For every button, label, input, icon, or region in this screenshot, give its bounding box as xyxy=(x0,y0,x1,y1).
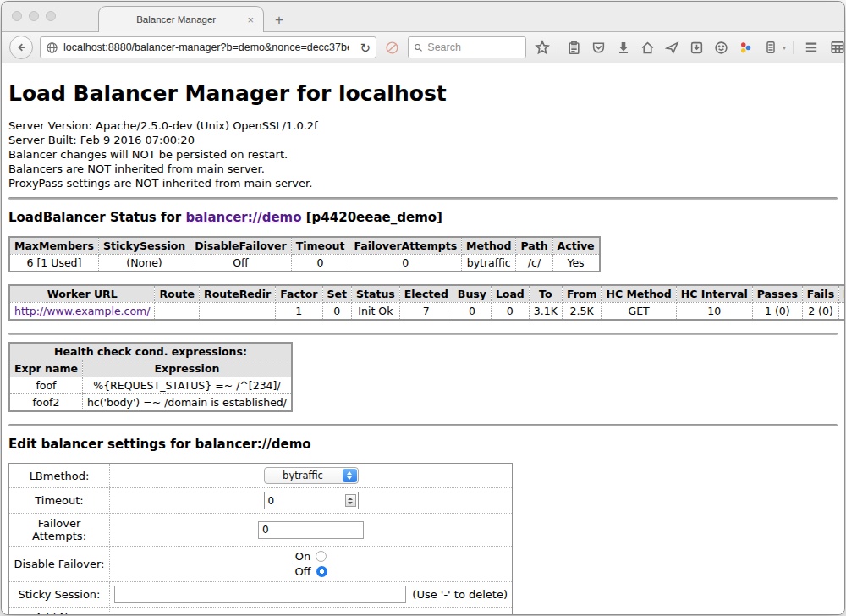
lbmethod-label: LBmethod: xyxy=(9,464,110,488)
disable-failover-on-radio[interactable] xyxy=(316,551,327,562)
menu-hamburger-icon xyxy=(804,40,819,55)
bookmark-button[interactable] xyxy=(533,37,551,58)
home-icon xyxy=(640,41,655,55)
menu-button[interactable] xyxy=(802,37,820,58)
col-header: To xyxy=(529,285,562,303)
col-header: Busy xyxy=(453,285,491,303)
globe-icon xyxy=(46,41,58,54)
col-header: DisableFailover xyxy=(190,237,291,255)
table-cell: 1 (0) xyxy=(752,303,802,321)
expr-cell: hc('body') =~ /domain is established/ xyxy=(82,394,292,412)
col-header: HC uri xyxy=(839,285,844,303)
search-bar[interactable] xyxy=(408,36,526,58)
table-cell: Yes xyxy=(552,255,599,272)
search-icon xyxy=(414,42,423,53)
tab-bar: Balancer Manager × + xyxy=(2,2,844,32)
worker-url-link[interactable]: http://www.example.com/ xyxy=(14,305,150,317)
table-cell: 0 xyxy=(349,255,462,272)
table-cell: 10 xyxy=(676,303,752,321)
addon-button[interactable] xyxy=(737,37,755,58)
status-heading-prefix: LoadBalancer Status for xyxy=(8,210,185,225)
expr-name-cell: foof2 xyxy=(9,394,82,412)
table-cell: 1 xyxy=(276,303,322,321)
reload-icon[interactable]: ↻ xyxy=(360,41,371,54)
col-header: Status xyxy=(352,285,400,303)
health-data-row: foof2 hc('body') =~ /domain is establish… xyxy=(9,394,292,412)
col-header: Factor xyxy=(276,285,322,303)
extension-box-icon xyxy=(689,41,704,55)
table-cell: GET xyxy=(602,303,676,321)
col-header: StickySession xyxy=(98,237,190,255)
downloads-button[interactable] xyxy=(614,37,632,58)
table-cell: (None) xyxy=(98,255,190,272)
panel-button[interactable] xyxy=(828,37,845,58)
divider xyxy=(8,333,838,335)
search-input[interactable] xyxy=(427,41,520,53)
minimize-window-button[interactable] xyxy=(29,11,39,21)
close-tab-icon[interactable]: × xyxy=(245,14,255,26)
table-cell: Init Ok xyxy=(352,303,400,321)
col-header: Passes xyxy=(752,285,802,303)
zoom-window-button[interactable] xyxy=(46,11,56,21)
sticky-session-hint: (Use '-' to delete) xyxy=(412,588,508,601)
container-icon xyxy=(764,41,777,54)
lbmethod-select[interactable]: bytraffic xyxy=(264,467,359,484)
notice-proxypass: ProxyPass settings are NOT inherited fro… xyxy=(8,176,838,190)
table-cell xyxy=(155,303,200,321)
status-heading-suffix: [p4420eeae_demo] xyxy=(302,210,442,225)
form-row-timeout: Timeout: xyxy=(9,488,513,514)
health-data-row: foof %{REQUEST_STATUS} =~ /^[234]/ xyxy=(9,377,292,394)
chat-button[interactable] xyxy=(712,37,730,58)
col-header: Set xyxy=(322,285,351,303)
send-tab-button[interactable] xyxy=(663,37,681,58)
notice-inherit: Balancers are NOT inherited from main se… xyxy=(8,162,838,176)
table-cell: 2.5K xyxy=(562,303,602,321)
notice-persist: Balancer changes will NOT be persisted o… xyxy=(8,147,838,162)
number-spinner-icon[interactable] xyxy=(345,494,356,507)
select-stepper-icon xyxy=(343,469,357,482)
form-row-failover: Failover Attempts: xyxy=(9,514,513,547)
status-heading: LoadBalancer Status for balancer://demo … xyxy=(8,210,838,225)
disable-failover-off-radio[interactable] xyxy=(316,566,327,577)
server-version: Server Version: Apache/2.5.0-dev (Unix) … xyxy=(8,118,838,133)
blocked-icon xyxy=(385,41,399,55)
col-header: Worker URL xyxy=(9,285,155,303)
form-row-add-worker: Add New Worker: Are you sure? xyxy=(9,608,513,615)
pocket-button[interactable] xyxy=(590,37,607,58)
edit-settings-form: LBmethod: bytraffic Timeout: xyxy=(8,463,513,614)
failover-attempts-input[interactable] xyxy=(258,521,364,539)
reading-list-button[interactable] xyxy=(565,37,583,58)
url-bar[interactable]: localhost:8880/balancer-manager?b=demo&n… xyxy=(40,36,376,58)
new-tab-button[interactable]: + xyxy=(275,13,283,27)
form-row-sticky: Sticky Session: (Use '-' to delete) xyxy=(9,582,513,608)
health-title-row: Health check cond. expressions: xyxy=(9,343,292,360)
sticky-session-input[interactable] xyxy=(114,586,406,603)
balancer-link[interactable]: balancer://demo xyxy=(185,210,301,225)
blocked-content-button[interactable] xyxy=(383,37,401,58)
divider xyxy=(8,197,838,200)
back-button[interactable] xyxy=(9,36,33,59)
page-title: Load Balancer Manager for localhost xyxy=(8,81,838,106)
health-header-row: Expr name Expression xyxy=(9,360,292,377)
expr-cell: %{REQUEST_STATUS} =~ /^[234]/ xyxy=(82,377,292,394)
worker-header-row: Worker URL Route RouteRedir Factor Set S… xyxy=(9,285,844,303)
extension-button[interactable] xyxy=(688,37,706,58)
table-cell: 2 (0) xyxy=(802,303,838,321)
home-button[interactable] xyxy=(639,37,656,58)
col-header: Route xyxy=(155,285,200,303)
close-window-button[interactable] xyxy=(12,11,22,21)
worker-url-cell: http://www.example.com/ xyxy=(9,303,155,321)
tab-title: Balancer Manager xyxy=(107,14,245,25)
table-cell xyxy=(200,303,276,321)
dropdown-caret-icon[interactable]: ▾ xyxy=(783,44,786,52)
page-content: Load Balancer Manager for localhost Serv… xyxy=(2,63,844,614)
col-header: MaxMembers xyxy=(9,237,98,255)
sticky-session-label: Sticky Session: xyxy=(9,582,110,608)
container-button[interactable] xyxy=(761,37,779,58)
health-check-table: Health check cond. expressions: Expr nam… xyxy=(8,342,293,412)
radio-on-label: On xyxy=(295,550,310,563)
pocket-icon xyxy=(591,41,606,55)
edit-settings-heading: Edit balancer settings for balancer://de… xyxy=(8,437,838,452)
tab-balancer-manager[interactable]: Balancer Manager × xyxy=(98,6,264,32)
table-cell: 6 [1 Used] xyxy=(9,255,98,272)
